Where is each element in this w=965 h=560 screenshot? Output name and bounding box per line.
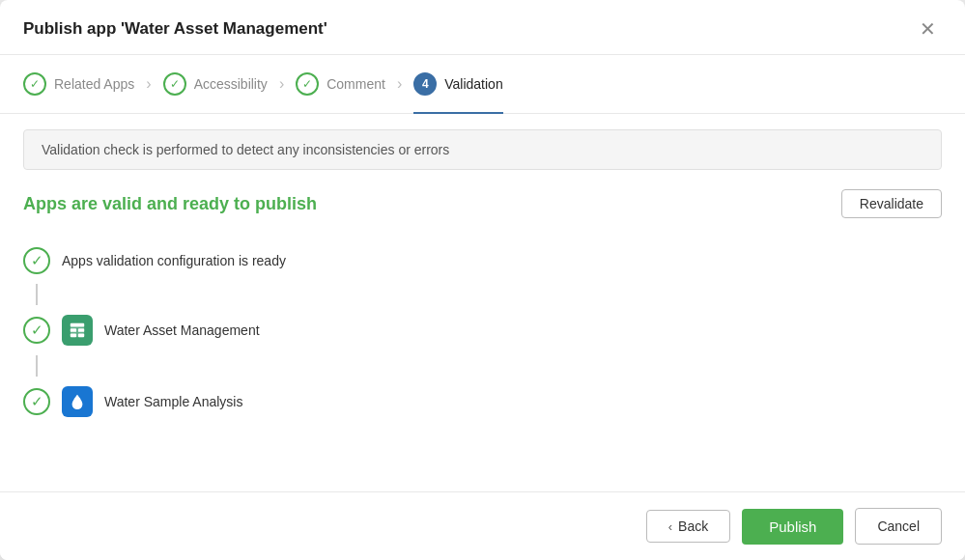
back-label: Back [678,518,708,534]
check-icon-water-asset: ✓ [23,317,50,344]
title-prefix: Publish app [23,19,116,38]
check-icon-config: ✓ [23,247,50,274]
close-button[interactable]: ✕ [914,17,942,41]
valid-title-text: Apps are valid and ready to publish [23,194,317,214]
svg-rect-4 [71,334,76,338]
info-banner: Validation check is performed to detect … [23,129,942,170]
arrow-2: › [268,75,296,93]
back-chevron-icon: ‹ [668,519,672,534]
svg-rect-1 [71,323,84,327]
title-app: 'Water Asset Management' [121,19,327,38]
water-asset-label: Water Asset Management [104,322,260,338]
step-accessibility[interactable]: ✓ Accessibility [163,55,268,113]
step2-circle: ✓ [163,72,186,96]
revalidate-button[interactable]: Revalidate [841,189,942,218]
publish-modal: Publish app 'Water Asset Management' ✕ ✓… [0,0,965,560]
arrow-3: › [385,75,413,93]
validation-item-water-sample: ✓ Water Sample Analysis [23,377,942,427]
valid-title-row: Apps are valid and ready to publish Reva… [23,189,942,218]
water-sample-label: Water Sample Analysis [104,394,242,409]
info-banner-text: Validation check is performed to detect … [42,142,449,157]
modal-header: Publish app 'Water Asset Management' ✕ [0,0,965,55]
connector-2 [36,355,38,377]
step-related-apps[interactable]: ✓ Related Apps [23,55,134,113]
svg-rect-3 [78,328,84,332]
step-validation[interactable]: 4 Validation [413,55,502,113]
modal-title: Publish app 'Water Asset Management' [23,19,327,39]
step1-label: Related Apps [54,76,134,92]
validation-list: ✓ Apps validation configuration is ready… [23,238,942,427]
svg-rect-5 [78,334,84,338]
app-icon-water-sample [62,386,93,417]
step3-label: Comment [326,76,385,92]
validation-item-water-asset: ✓ Water Asset Management [23,305,942,355]
validation-item-config: ✓ Apps validation configuration is ready [23,238,942,284]
app-icon-water-asset [62,315,93,346]
step2-label: Accessibility [194,76,268,92]
connector-1 [36,284,38,305]
steps-bar: ✓ Related Apps › ✓ Accessibility › ✓ Com… [0,55,965,114]
step4-circle: 4 [413,72,437,96]
cancel-button[interactable]: Cancel [855,508,942,545]
step4-label: Validation [444,76,502,92]
step-comment[interactable]: ✓ Comment [296,55,385,113]
check-icon-water-sample: ✓ [23,388,50,415]
step1-circle: ✓ [23,72,46,96]
arrow-1: › [134,75,162,93]
modal-footer: ‹ Back Publish Cancel [0,491,965,560]
config-label: Apps validation configuration is ready [62,253,286,268]
step3-circle: ✓ [296,72,319,96]
modal-body: Apps are valid and ready to publish Reva… [0,170,965,491]
publish-button[interactable]: Publish [742,509,843,545]
svg-rect-2 [71,328,76,332]
back-button[interactable]: ‹ Back [646,510,730,543]
